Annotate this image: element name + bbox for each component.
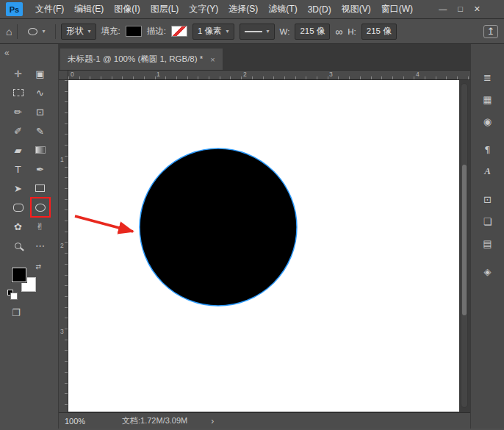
- fill-color-swatch[interactable]: [126, 26, 142, 37]
- color-swatch-widget: ⇄: [12, 268, 37, 293]
- gradient-tool[interactable]: [32, 141, 49, 159]
- rounded-rectangle-icon: [13, 204, 24, 212]
- menu-item-3d[interactable]: 3D(D): [303, 4, 336, 15]
- stroke-style-select[interactable]: ▾: [240, 24, 275, 40]
- layers-icon[interactable]: ◈: [478, 263, 498, 279]
- fill-label: 填充:: [101, 26, 120, 37]
- screen-mode-icon[interactable]: ❐: [12, 307, 58, 318]
- libraries-icon[interactable]: ❏: [478, 213, 498, 229]
- paragraph-icon[interactable]: ¶: [478, 141, 498, 157]
- tools-grid: ✛ ▣ ∿ ✏ ⊡ ✐ ✎ ▰ T ✒ ➤ ✿ ✌ ⋯: [0, 65, 58, 254]
- tool-preset-picker[interactable]: ▾: [23, 24, 50, 40]
- menu-item-select[interactable]: 选择(S): [223, 3, 263, 15]
- rectangular-marquee-tool[interactable]: [10, 84, 27, 101]
- minimize-button[interactable]: —: [439, 4, 447, 14]
- status-flyout-icon[interactable]: ›: [211, 416, 214, 426]
- stroke-width-select[interactable]: 1 像素 ▾: [192, 24, 234, 40]
- menu-item-layer[interactable]: 图层(L): [145, 3, 184, 15]
- crop-icon: ⊡: [36, 107, 44, 118]
- glyphs-icon[interactable]: A: [478, 163, 498, 179]
- swap-colors-icon[interactable]: ⇄: [35, 263, 41, 270]
- share-icon[interactable]: ↥: [483, 25, 498, 38]
- ellipse-preset-icon: [28, 28, 37, 35]
- scrollbar-thumb[interactable]: [462, 165, 467, 315]
- eyedropper-tool[interactable]: ✐: [10, 122, 27, 140]
- ellipse-icon: [35, 204, 46, 212]
- tool-mode-select[interactable]: 形状 ▾: [61, 24, 96, 40]
- document-tab[interactable]: 未标题-1 @ 100% (椭圆 1, RGB/8) * ×: [60, 49, 223, 70]
- options-bar: ⌂ ▾ 形状 ▾ 填充: 描边: 1 像素 ▾ ▾ W: 215 像 ∞ H: …: [0, 19, 504, 44]
- close-button[interactable]: ✕: [474, 4, 480, 14]
- quick-selection-tool[interactable]: ✏: [10, 103, 27, 121]
- zoom-level-field[interactable]: 100%: [65, 417, 90, 426]
- tools-panel: « ✛ ▣ ∿ ✏ ⊡ ✐ ✎ ▰ T ✒ ➤ ✿ ✌ ⋯ ⇄: [0, 44, 59, 429]
- ruler-tick-label: 0: [71, 71, 74, 78]
- foreground-color-swatch[interactable]: [12, 268, 26, 282]
- rectangle-tool[interactable]: [32, 179, 49, 197]
- separator: [17, 24, 18, 39]
- panel-group: ¶ A: [478, 141, 498, 179]
- hand-icon: ✌: [36, 221, 44, 232]
- ruler-tick-label: 2: [60, 243, 64, 249]
- ellipse-tool[interactable]: [32, 198, 49, 216]
- collapse-panel-icon[interactable]: «: [0, 44, 58, 60]
- menu-item-edit[interactable]: 编辑(E): [69, 3, 109, 15]
- menu-item-filter[interactable]: 滤镜(T): [263, 3, 302, 15]
- maximize-button[interactable]: □: [458, 4, 463, 14]
- frame-icon: ▣: [35, 68, 44, 79]
- brush-tool[interactable]: ✎: [32, 122, 49, 140]
- magnifier-icon: [15, 243, 21, 249]
- adjustments-icon[interactable]: ≣: [478, 69, 498, 85]
- rounded-rectangle-tool[interactable]: [10, 198, 27, 216]
- type-tool[interactable]: T: [10, 160, 27, 178]
- frame-tool[interactable]: ▣: [32, 65, 49, 82]
- stroke-color-swatch[interactable]: [171, 26, 187, 37]
- menu-item-file[interactable]: 文件(F): [30, 3, 69, 15]
- crop-tool[interactable]: ⊡: [32, 103, 49, 121]
- properties-icon[interactable]: ⊡: [478, 191, 498, 207]
- move-tool[interactable]: ✛: [10, 65, 27, 82]
- document-size-info: 文档:1.72M/3.09M: [122, 415, 187, 426]
- eraser-tool[interactable]: ▰: [10, 141, 27, 159]
- menu-item-type[interactable]: 文字(Y): [184, 3, 223, 15]
- vertical-scrollbar[interactable]: [461, 83, 468, 408]
- document-canvas[interactable]: [68, 80, 459, 412]
- ruler-tick-label: 1: [156, 71, 160, 78]
- shape-height-input[interactable]: 215 像: [361, 24, 397, 40]
- paragraph-styles-icon[interactable]: ▤: [478, 235, 498, 251]
- document-artwork: [68, 80, 459, 412]
- ellipse-shape-layer[interactable]: [140, 148, 297, 306]
- vertical-ruler: 1 2 3: [59, 80, 68, 412]
- stroke-label: 描边:: [147, 26, 166, 37]
- window-controls: — □ ✕: [439, 4, 480, 14]
- zoom-tool[interactable]: [10, 237, 27, 254]
- pen-tool[interactable]: ✒: [32, 160, 49, 178]
- menu-item-image[interactable]: 图像(I): [109, 3, 145, 15]
- custom-shape-tool[interactable]: ✿: [10, 218, 27, 235]
- eraser-icon: ▰: [15, 145, 22, 156]
- height-label: H:: [348, 27, 356, 36]
- ruler-tick-label: 1: [60, 157, 64, 163]
- swatches-icon[interactable]: ▦: [478, 91, 498, 107]
- menu-item-window[interactable]: 窗口(W): [376, 3, 418, 15]
- ruler-corner: [59, 71, 68, 80]
- shape-width-input[interactable]: 215 像: [295, 24, 330, 40]
- menu-item-view[interactable]: 视图(V): [336, 3, 376, 15]
- lasso-tool[interactable]: ∿: [32, 84, 49, 101]
- tab-close-icon[interactable]: ×: [210, 55, 215, 64]
- separator: [55, 24, 56, 39]
- default-colors-icon[interactable]: [7, 290, 13, 295]
- link-dimensions-icon[interactable]: ∞: [335, 26, 342, 37]
- photoshop-logo: Ps: [6, 2, 23, 16]
- home-icon[interactable]: ⌂: [6, 26, 12, 37]
- color-wheel-icon[interactable]: ◉: [478, 113, 498, 129]
- ruler-tick-label: 3: [60, 329, 64, 335]
- stroke-width-value: 1 像素: [198, 26, 222, 37]
- eyedropper-icon: ✐: [14, 126, 22, 137]
- ellipsis-icon: ⋯: [35, 240, 45, 251]
- hand-tool[interactable]: ✌: [32, 218, 49, 235]
- more-tools[interactable]: ⋯: [32, 237, 49, 254]
- path-selection-tool[interactable]: ➤: [10, 179, 27, 197]
- horizontal-ruler: 0 1 2 3 4: [68, 71, 470, 80]
- document-tab-strip: 未标题-1 @ 100% (椭圆 1, RGB/8) * ×: [59, 44, 470, 71]
